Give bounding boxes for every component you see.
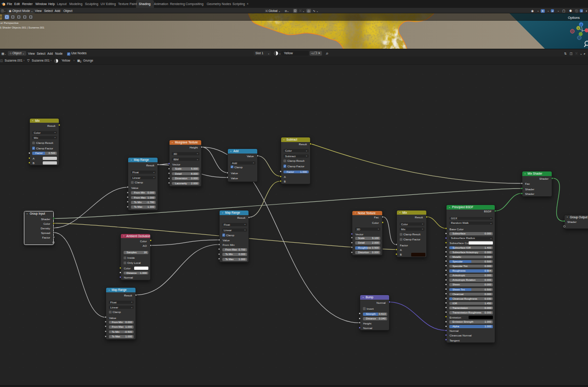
svg-text:Z: Z <box>580 23 582 26</box>
svg-text:Y: Y <box>577 27 579 30</box>
